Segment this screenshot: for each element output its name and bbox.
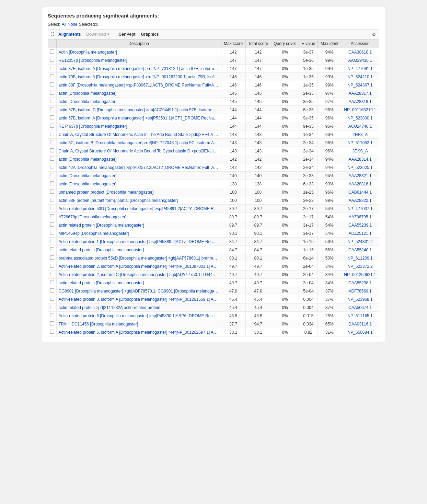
row-accession[interactable]: 3EKS_A bbox=[341, 147, 379, 155]
row-accession[interactable]: NP_523372.2 bbox=[341, 262, 379, 271]
row-description[interactable]: Actin-related protein 6 [Drosophila mela… bbox=[56, 312, 221, 320]
row-checkbox[interactable] bbox=[50, 132, 54, 136]
row-description[interactable]: actin [Drosophila melanogaster] bbox=[56, 89, 221, 98]
row-accession[interactable]: CAA38618.1 bbox=[341, 48, 379, 56]
row-description[interactable]: actin 57B, isoform A [Drosophila melanog… bbox=[56, 114, 221, 122]
row-checkbox[interactable] bbox=[50, 255, 54, 260]
row-description[interactable]: Chain A, Crystal Structure Of Monomeric … bbox=[56, 147, 221, 155]
row-checkbox[interactable] bbox=[50, 231, 54, 235]
row-checkbox[interactable] bbox=[50, 330, 54, 334]
row-checkbox[interactable] bbox=[50, 140, 54, 144]
row-accession[interactable]: AAA28318.1 bbox=[341, 98, 379, 106]
row-accession[interactable]: NP_524367.1 bbox=[341, 81, 379, 89]
row-accession[interactable]: 2HF3_A bbox=[341, 130, 379, 139]
row-accession[interactable]: CAA55238.1 bbox=[341, 279, 379, 287]
row-accession[interactable]: NP_001163219.1 bbox=[341, 106, 379, 114]
row-checkbox[interactable] bbox=[50, 288, 54, 293]
row-checkbox[interactable] bbox=[50, 157, 54, 161]
row-description[interactable]: RE74637p [Drosophila melanogaster] bbox=[56, 122, 221, 130]
select-none-link[interactable]: None bbox=[68, 22, 78, 27]
row-checkbox[interactable] bbox=[50, 297, 54, 301]
row-description[interactable]: actin related protein [Drosophila melano… bbox=[56, 221, 221, 229]
row-checkbox[interactable] bbox=[50, 247, 54, 251]
row-checkbox[interactable] bbox=[50, 66, 54, 70]
row-accession[interactable]: NP_001259621.1 bbox=[341, 271, 379, 279]
row-description[interactable]: CG9901 [Drosophila melanogaster] >gb|ADF… bbox=[56, 287, 221, 295]
row-checkbox[interactable] bbox=[50, 321, 54, 325]
row-description[interactable]: Actin-related protein 3, isoform A [Dros… bbox=[56, 295, 221, 303]
row-checkbox[interactable] bbox=[50, 206, 54, 210]
row-accession[interactable]: NP_523800.1 bbox=[341, 114, 379, 122]
gear-icon[interactable]: ⚙ bbox=[372, 32, 376, 37]
row-accession[interactable]: NP_511052.1 bbox=[341, 139, 379, 147]
row-description[interactable]: actin 88F [Drosophila melanogaster] >sp|… bbox=[56, 81, 221, 89]
row-description[interactable]: Actin-related protein 5, isoform A [Dros… bbox=[56, 328, 221, 336]
row-accession[interactable]: AAA28316.1 bbox=[341, 180, 379, 188]
row-accession[interactable]: AAA28314.1 bbox=[341, 155, 379, 163]
row-description[interactable]: actin [Drosophila melanogaster] bbox=[56, 172, 221, 180]
row-accession[interactable]: NP_524210.1 bbox=[341, 73, 379, 81]
row-description[interactable]: MIP14694p [Drosophila melanogaster] bbox=[56, 229, 221, 238]
row-description[interactable]: Chain A, Crystal Structure Of Monomeric … bbox=[56, 130, 221, 139]
row-checkbox[interactable] bbox=[50, 272, 54, 276]
row-accession[interactable]: AAZ86795.1 bbox=[341, 213, 379, 221]
row-description[interactable]: Actin-related protein 1 [Drosophila mela… bbox=[56, 238, 221, 246]
row-accession[interactable]: NP_477091.1 bbox=[341, 65, 379, 73]
row-accession[interactable]: CAA55239.1 bbox=[341, 221, 379, 229]
row-description[interactable]: actin [Drosophila melanogaster] bbox=[56, 155, 221, 163]
row-accession[interactable]: AAM29410.1 bbox=[341, 56, 379, 65]
row-accession[interactable]: CAA50674.1 bbox=[341, 303, 379, 312]
row-checkbox[interactable] bbox=[50, 198, 54, 202]
row-accession[interactable]: NP_477037.1 bbox=[341, 205, 379, 213]
row-accession[interactable]: NP_523968.1 bbox=[341, 295, 379, 303]
row-accession[interactable]: NP_524331.2 bbox=[341, 238, 379, 246]
row-checkbox[interactable] bbox=[50, 115, 54, 119]
row-description[interactable]: actin [Drosophila melanogaster] bbox=[56, 180, 221, 188]
row-description[interactable]: actin 88F protein (mutant form), partial… bbox=[56, 196, 221, 205]
row-checkbox[interactable] bbox=[50, 173, 54, 177]
row-checkbox[interactable] bbox=[50, 181, 54, 185]
row-checkbox[interactable] bbox=[50, 91, 54, 95]
row-checkbox[interactable] bbox=[50, 313, 54, 317]
row-accession[interactable]: CAA55240.1 bbox=[341, 246, 379, 254]
row-description[interactable]: actin [Drosophila melanogaster] bbox=[56, 98, 221, 106]
row-description[interactable]: actin related protein [Drosophila melano… bbox=[56, 246, 221, 254]
row-description[interactable]: Actin-related protein 2, isoform A [Dros… bbox=[56, 262, 221, 271]
row-checkbox[interactable] bbox=[50, 239, 54, 243]
row-description[interactable]: actin 87E, isoform A [Drosophila melanog… bbox=[56, 65, 221, 73]
row-description[interactable]: Actin-related protein 2, isoform C [Dros… bbox=[56, 271, 221, 279]
row-accession[interactable]: CAB61444.1 bbox=[341, 188, 379, 196]
row-checkbox[interactable] bbox=[50, 49, 54, 54]
row-checkbox[interactable] bbox=[50, 124, 54, 128]
alignments-button[interactable]: Alignments bbox=[57, 31, 82, 37]
graphics-button[interactable]: Graphics bbox=[139, 31, 160, 37]
row-description[interactable]: actin related protein >prf|2111232A acti… bbox=[56, 303, 221, 312]
row-description[interactable]: unnamed protein product [Drosophila mela… bbox=[56, 188, 221, 196]
row-description[interactable]: actin 5C, isoform B [Drosophila melanoga… bbox=[56, 139, 221, 147]
row-description[interactable]: RE12057p [Drosophila melanogaster] bbox=[56, 56, 221, 65]
row-accession[interactable]: NP_511165.1 bbox=[341, 312, 379, 320]
row-checkbox[interactable] bbox=[50, 280, 54, 284]
row-description[interactable]: actin related protein [Drosophila melano… bbox=[56, 279, 221, 287]
row-checkbox[interactable] bbox=[50, 264, 54, 268]
row-description[interactable]: Actin-related protein 53D [Drosophila me… bbox=[56, 205, 221, 213]
row-description[interactable]: TPA: HDC11456 [Drosophila melanogaster] bbox=[56, 320, 221, 328]
row-checkbox[interactable] bbox=[50, 82, 54, 87]
genpept-button[interactable]: GenPept bbox=[117, 31, 137, 37]
row-checkbox[interactable] bbox=[50, 58, 54, 62]
row-description[interactable]: AT26678p [Drosophila melanogaster] bbox=[56, 213, 221, 221]
row-checkbox[interactable] bbox=[50, 305, 54, 309]
row-description[interactable]: brahma associated protein 55kD [Drosophi… bbox=[56, 254, 221, 262]
row-description[interactable]: Actin [Drosophila melanogaster] bbox=[56, 48, 221, 56]
row-checkbox[interactable] bbox=[50, 165, 54, 169]
row-checkbox[interactable] bbox=[50, 214, 54, 218]
row-checkbox[interactable] bbox=[50, 99, 54, 103]
row-accession[interactable]: AAA28321.1 bbox=[341, 172, 379, 180]
row-accession[interactable]: ACU24740.1 bbox=[341, 122, 379, 130]
row-description[interactable]: actin 57B, isoform C [Drosophila melanog… bbox=[56, 106, 221, 114]
row-accession[interactable]: NP_611209.1 bbox=[341, 254, 379, 262]
row-checkbox[interactable] bbox=[50, 74, 54, 78]
row-accession[interactable]: NP_650684.1 bbox=[341, 328, 379, 336]
row-description[interactable]: actin 79B, isoform A [Drosophila melanog… bbox=[56, 73, 221, 81]
row-accession[interactable]: DAA03116.1 bbox=[341, 320, 379, 328]
